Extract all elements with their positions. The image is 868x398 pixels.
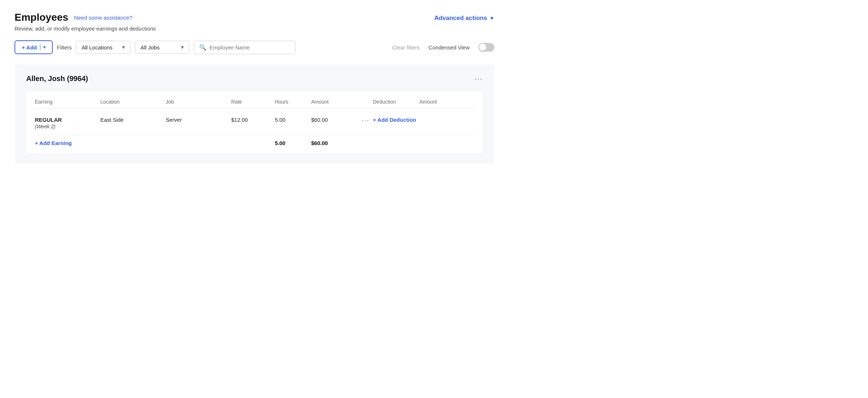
row-earning: REGULAR (Week 2) <box>35 117 100 129</box>
header-deduction-amount: Amount <box>419 99 474 105</box>
employee-name: Allen, Josh (9964) <box>26 75 88 83</box>
totals-row: + Add Earning 5.00 $60.00 <box>35 135 474 146</box>
condensed-view-toggle[interactable] <box>478 43 494 52</box>
all-jobs-dropdown[interactable]: All Jobs ▾ <box>135 41 189 54</box>
condensed-view-label: Condensed View <box>429 44 470 51</box>
employee-card: Allen, Josh (9964) ··· Earning Location … <box>15 64 494 164</box>
filters-label: Filters <box>57 44 72 51</box>
add-button[interactable]: + Add ▾ <box>15 40 53 54</box>
totals-hours: 5.00 <box>275 140 311 146</box>
header-hours: Hours <box>275 99 311 105</box>
search-icon: 🔍 <box>199 44 206 51</box>
jobs-caret-icon: ▾ <box>181 44 184 51</box>
employee-more-button[interactable]: ··· <box>474 75 483 83</box>
header-rate: Rate <box>231 99 275 105</box>
chevron-down-icon: ▼ <box>489 15 494 21</box>
totals-spacer <box>358 140 373 146</box>
row-location: East Side <box>100 117 166 123</box>
add-caret-icon: ▾ <box>43 45 45 50</box>
employee-search-box[interactable]: 🔍 <box>194 41 296 54</box>
header-location: Location <box>100 99 166 105</box>
totals-location <box>100 140 166 146</box>
row-amount: $60.00 <box>311 117 358 123</box>
row-hours: 5.00 <box>275 117 311 123</box>
search-input[interactable] <box>209 44 290 51</box>
add-deduction-button[interactable]: + Add Deduction <box>373 117 416 123</box>
header-job: Job <box>166 99 231 105</box>
locations-caret-icon: ▾ <box>122 44 125 51</box>
all-jobs-label: All Jobs <box>140 44 160 51</box>
totals-deduction <box>373 140 419 146</box>
add-earning-cell: + Add Earning <box>35 140 100 146</box>
totals-amount: $60.00 <box>311 140 358 146</box>
header-earning: Earning <box>35 99 100 105</box>
advanced-actions-button[interactable]: Advanced actions ▼ <box>434 12 494 25</box>
add-divider <box>40 44 40 51</box>
row-more-button[interactable]: ··· <box>358 117 373 124</box>
all-locations-label: All Locations <box>81 44 112 51</box>
earning-sub: (Week 2) <box>35 124 100 129</box>
row-rate: $12.00 <box>231 117 275 123</box>
advanced-actions-label: Advanced actions <box>434 15 487 22</box>
table-row: REGULAR (Week 2) East Side Server $12.00… <box>35 112 474 135</box>
add-earning-button[interactable]: + Add Earning <box>35 140 72 146</box>
employee-card-header: Allen, Josh (9964) ··· <box>26 75 483 83</box>
earnings-table: Earning Location Job Rate Hours Amount D… <box>26 92 483 153</box>
totals-job <box>166 140 231 146</box>
earning-name: REGULAR <box>35 117 100 123</box>
clear-filters-button[interactable]: Clear filters <box>392 44 420 51</box>
header-spacer <box>358 99 373 105</box>
add-label: + Add <box>22 44 37 51</box>
totals-rate <box>231 140 275 146</box>
header-deduction: Deduction <box>373 99 419 105</box>
page-title: Employees <box>15 12 68 23</box>
row-job: Server <box>166 117 231 123</box>
all-locations-dropdown[interactable]: All Locations ▾ <box>76 41 130 54</box>
header-amount: Amount <box>311 99 358 105</box>
page-subtitle: Review, add, or modify employee earnings… <box>15 25 156 32</box>
table-header-row: Earning Location Job Rate Hours Amount D… <box>35 99 474 109</box>
totals-deduction-amount <box>419 140 474 146</box>
add-deduction-cell: + Add Deduction <box>373 117 419 123</box>
help-link[interactable]: Need some assistance? <box>74 15 132 21</box>
